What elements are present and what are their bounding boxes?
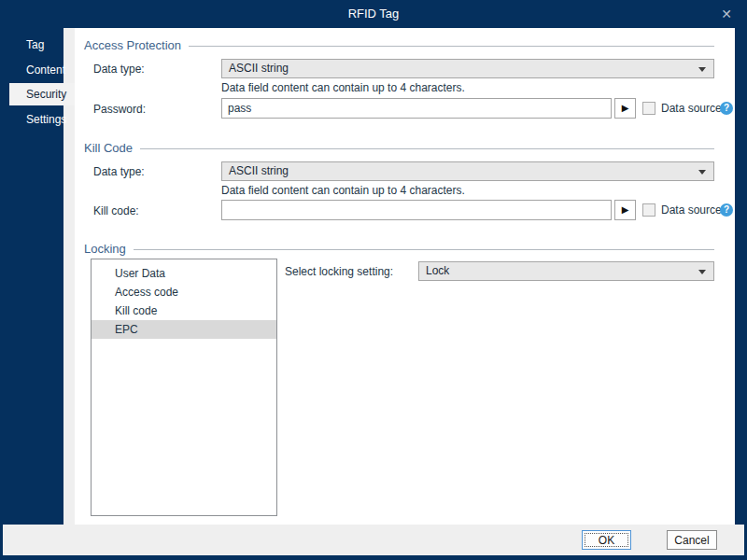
- data-type-selected-value: ASCII string: [229, 62, 289, 75]
- list-item-kill-code[interactable]: Kill code: [92, 301, 276, 320]
- kill-code-input[interactable]: [221, 200, 612, 220]
- sidebar-item-tag[interactable]: Tag: [9, 34, 75, 56]
- dialog-title: RFID Tag: [0, 0, 747, 28]
- play-icon: ▶: [622, 204, 629, 215]
- titlebar: RFID Tag ✕: [0, 0, 747, 28]
- kill-data-type-select[interactable]: ASCII string: [221, 161, 714, 181]
- close-icon[interactable]: ✕: [715, 0, 738, 28]
- locking-fields-listbox: User Data Access code Kill code EPC: [91, 259, 277, 516]
- helper-text: Data field content can contain up to 4 c…: [221, 184, 465, 198]
- data-source-checkbox[interactable]: [642, 102, 655, 115]
- list-item-access-code[interactable]: Access code: [92, 283, 276, 301]
- chevron-down-icon: [698, 170, 706, 175]
- password-input[interactable]: [221, 98, 612, 119]
- insert-data-button[interactable]: ▶: [614, 200, 636, 220]
- helper-text: Data field content can contain up to 4 c…: [221, 81, 465, 95]
- list-item-epc[interactable]: EPC: [92, 320, 276, 339]
- select-locking-setting-label: Select locking setting:: [285, 265, 393, 279]
- footer-bar: OK Cancel: [3, 525, 744, 555]
- chevron-down-icon: [698, 67, 706, 72]
- chevron-down-icon: [698, 270, 706, 274]
- kill-data-type-selected-value: ASCII string: [229, 164, 289, 177]
- section-rule: [189, 46, 714, 47]
- locking-setting-selected-value: Lock: [426, 264, 449, 277]
- kill-code-label: Kill code:: [93, 204, 139, 218]
- section-locking-header: Locking: [84, 241, 714, 256]
- section-rule: [134, 249, 714, 250]
- password-label: Password:: [93, 103, 146, 117]
- cancel-button[interactable]: Cancel: [667, 530, 717, 550]
- data-source-label: Data source: [661, 102, 722, 116]
- ok-button[interactable]: OK: [582, 530, 631, 550]
- section-kill-code-header: Kill Code: [84, 140, 714, 155]
- locking-setting-select[interactable]: Lock: [418, 261, 714, 281]
- list-item-user-data[interactable]: User Data: [92, 264, 276, 283]
- data-type-label: Data type:: [93, 63, 145, 77]
- content-panel: Access Protection Data type: ASCII strin…: [75, 28, 735, 525]
- section-title: Locking: [84, 242, 126, 256]
- sidebar-item-settings[interactable]: Settings: [9, 108, 75, 131]
- section-title: Access Protection: [84, 38, 181, 52]
- data-type-label: Data type:: [93, 165, 145, 179]
- section-title: Kill Code: [84, 141, 133, 155]
- sidebar-item-content[interactable]: Content: [9, 59, 75, 81]
- insert-data-button[interactable]: ▶: [614, 98, 636, 119]
- section-rule: [140, 148, 714, 149]
- data-source-label: Data source: [661, 203, 722, 217]
- sidebar-item-security[interactable]: Security: [9, 83, 75, 105]
- play-icon: ▶: [622, 103, 629, 113]
- data-source-checkbox[interactable]: [642, 203, 655, 217]
- section-access-protection-header: Access Protection: [84, 37, 714, 52]
- help-icon[interactable]: ?: [720, 102, 733, 115]
- help-icon[interactable]: ?: [720, 203, 733, 217]
- data-type-select[interactable]: ASCII string: [221, 59, 714, 78]
